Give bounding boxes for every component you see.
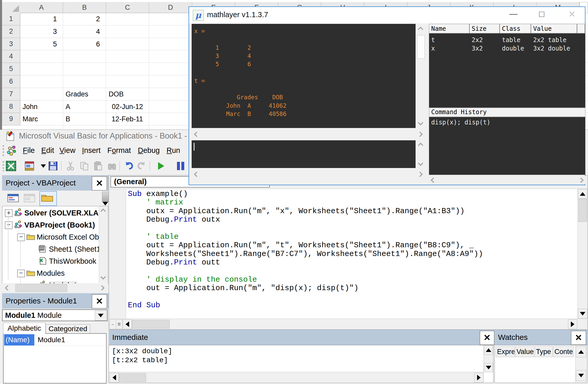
row-header-1[interactable]: 1 [2,13,20,25]
console-hscrollbar[interactable] [192,129,425,139]
excel-cell[interactable]: B [63,113,102,125]
tab-alphabetic[interactable]: Alphabetic [3,323,46,334]
excel-icon[interactable] [5,160,17,172]
watches-column-value[interactable]: Value [515,346,534,357]
history-hscrollbar[interactable] [429,176,585,184]
tree-item-sheet1-sheet1[interactable]: Sheet1 (Sheet1 [49,245,101,253]
mathlayer-title-bar[interactable]: μ mathlayer v1.1.3.7 — □ ✕ [189,7,585,23]
properties-close-button[interactable]: ✕ [92,294,107,309]
menu-drag-handle[interactable] [3,145,4,156]
tree-item-thisworkbook[interactable]: ThisWorkbook [49,257,96,265]
tree-expander[interactable]: + [5,209,13,217]
project-toolbar-overflow-arrow[interactable] [102,202,108,205]
immediate-panel-title[interactable]: Immediate [109,330,497,345]
menu-format[interactable]: Format [106,146,132,155]
menu-view[interactable]: View [58,146,77,155]
workspace-cell[interactable]: 2x2 [472,36,483,44]
excel-cell[interactable]: 5 [20,38,60,51]
row-header-5[interactable]: 5 [2,63,20,75]
cut-icon[interactable] [65,160,76,172]
tree-expander[interactable]: − [17,270,25,277]
workspace-panel[interactable]: NameSizeClassValue t2x2table2x2 tablex3x… [429,24,585,108]
toolbar-drag-handle[interactable] [3,161,4,171]
properties-dropdown-arrow[interactable] [95,310,107,321]
column-header-A[interactable]: A [20,2,63,13]
full-module-view-button[interactable]: ☰ [116,319,122,329]
excel-cell[interactable]: 1 [20,13,60,25]
history-entry[interactable]: disp(x); disp(t) [429,117,585,126]
console-input[interactable] [192,140,416,168]
undo-icon[interactable] [123,160,135,172]
code-vscrollbar[interactable] [577,189,587,319]
watches-column-conte[interactable]: Conte [553,346,574,357]
row-header-4[interactable]: 4 [2,50,20,63]
immediate-window[interactable]: [x:3x2 double][t:2x2 table] [109,345,493,383]
workspace-cell[interactable]: 3x2 double [533,45,570,52]
excel-cell[interactable]: Grades [63,88,102,101]
minimize-button[interactable]: — [509,9,518,18]
excel-cell[interactable]: 12-Feb-11 [106,113,147,125]
workspace-cell[interactable]: 3x2 [472,45,483,52]
copy-icon[interactable] [78,160,90,172]
excel-cell[interactable]: 3 [20,25,60,38]
property-value-cell[interactable]: Module1 [35,334,107,346]
row-header-7[interactable]: 7 [2,88,20,101]
workspace-cell[interactable]: 2x2 table [533,36,566,44]
excel-cell[interactable]: John [20,101,59,113]
workspace-column-size[interactable]: Size [470,24,500,34]
properties-object-dropdown[interactable]: Module1 Module [2,309,108,321]
workspace-cell[interactable]: double [502,45,524,52]
row-header-8[interactable]: 8 [2,101,20,113]
tree-item-vbaproject-book1-[interactable]: VBAProject (Book1) [24,221,95,229]
watches-close-button[interactable]: ✕ [571,331,586,345]
menu-run[interactable]: Run [165,146,182,155]
excel-cell[interactable]: 2 [63,13,104,25]
maximize-button[interactable]: □ [539,9,544,19]
excel-cell[interactable]: 4 [63,25,104,38]
watches-column-type[interactable]: Type [535,346,553,357]
menu-debug[interactable]: Debug [136,146,161,155]
pause-icon[interactable] [175,160,187,172]
find-icon[interactable] [106,160,118,172]
immediate-vscrollbar[interactable] [483,346,493,372]
save-icon[interactable] [47,160,59,172]
project-tree-vscrollbar[interactable] [99,206,108,283]
immediate-close-button[interactable]: ✕ [480,331,494,345]
column-header-B[interactable]: B [63,2,106,13]
toggle-folders-icon[interactable] [39,191,57,206]
view-object-icon[interactable] [23,193,36,204]
workspace-cell[interactable]: x [431,45,435,52]
view-code-icon[interactable] [7,193,19,204]
project-toolbar-overflow[interactable] [102,192,109,202]
procedure-view-button[interactable]: ‒ [109,319,116,329]
input-hscrollbar[interactable] [192,169,425,179]
column-header-C[interactable]: C [106,2,149,13]
tree-expander[interactable]: − [17,233,25,241]
excel-cell[interactable]: DOB [106,88,146,101]
menu-file[interactable]: File [21,146,36,155]
code-hscrollbar[interactable]: ‒ ☰ [109,319,587,329]
project-tree-hscrollbar[interactable] [2,283,108,293]
console-vscrollbar[interactable] [416,24,425,128]
property-name-cell[interactable]: (Name) [4,334,34,346]
workspace-cell[interactable]: table [502,36,520,44]
run-icon[interactable] [155,160,167,172]
tree-item-modules[interactable]: Modules [37,269,65,278]
select-all-corner[interactable] [2,2,20,13]
excel-cell[interactable]: 02-Jun-12 [106,101,147,113]
redo-icon[interactable] [135,160,147,172]
watches-column-expre[interactable]: Expre [496,346,515,357]
tree-item-solver-solver-xla[interactable]: Solver (SOLVER.XLA [24,209,99,217]
excel-cell[interactable]: Marc [20,113,59,125]
menu-edit[interactable]: Edit [40,146,56,155]
workspace-column-class[interactable]: Class [500,24,531,34]
tab-categorized[interactable]: Categorized [46,324,90,334]
row-header-2[interactable]: 2 [2,25,20,38]
immediate-hscrollbar[interactable] [109,372,484,382]
input-vscrollbar[interactable] [416,140,425,168]
tree-expander[interactable]: − [5,221,13,229]
excel-cell[interactable]: 6 [63,38,104,51]
designer-icon[interactable] [24,160,35,172]
row-header-6[interactable]: 6 [2,75,20,88]
row-header-9[interactable]: 9 [2,113,20,125]
